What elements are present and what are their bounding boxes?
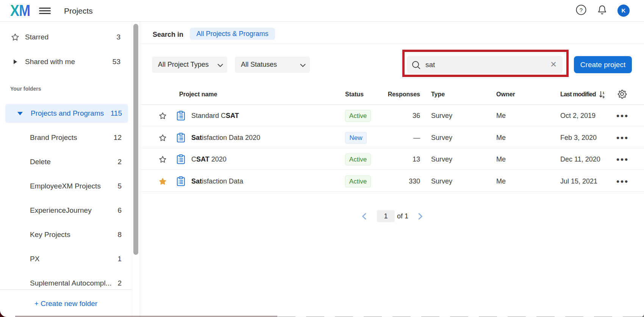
svg-text:1: 1 — [602, 91, 604, 95]
svg-text:9: 9 — [602, 95, 604, 99]
svg-text:?: ? — [580, 7, 583, 13]
